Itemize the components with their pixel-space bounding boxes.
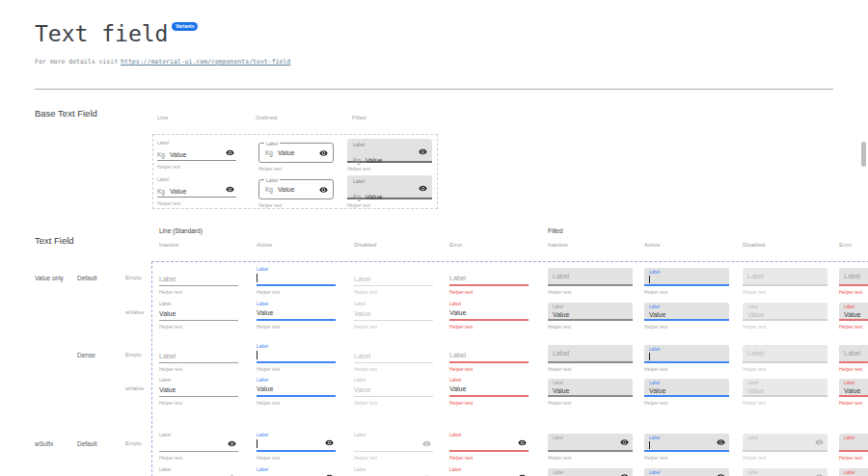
field-helper: Helper text [159,324,238,330]
field-helper: Helper text [449,455,529,461]
eye-icon[interactable] [419,147,427,156]
text-field: LabelValueHelper text [257,463,336,476]
eye-icon[interactable] [319,148,328,157]
field-label: Label [257,466,268,472]
row-category-label: Value only [35,275,64,281]
field-helper: Helper text [644,289,729,295]
eye-icon[interactable] [815,472,824,476]
field-input[interactable]: Value [257,383,336,397]
field-input[interactable]: Value [354,307,433,321]
eye-icon[interactable] [319,185,328,194]
field-helper: Helper text [839,455,868,461]
field-input[interactable]: Label [743,268,827,286]
field-input[interactable]: LabelValue [644,468,729,476]
text-field: LabelHelper text [743,429,827,461]
field-input[interactable]: Label [548,345,633,363]
field-label: Label [449,301,461,306]
field-input[interactable]: LabelKgValue [347,175,432,199]
eye-icon[interactable] [717,472,725,476]
field-input[interactable]: LabelKgValue [347,139,432,163]
field-helper: Helper text [839,324,868,330]
eye-icon[interactable] [717,437,725,446]
field-label: Label [449,274,466,284]
field-input[interactable]: LabelValue [644,303,729,321]
field-input[interactable]: Label [449,273,529,286]
scrollbar-thumb[interactable] [861,142,866,167]
eye-icon[interactable] [518,438,527,447]
eye-icon[interactable] [228,439,236,448]
field-input[interactable] [354,438,433,452]
eye-icon[interactable] [815,437,824,446]
eye-icon[interactable] [226,185,234,194]
field-value: Value [159,385,176,396]
field-input[interactable]: Label [548,434,633,452]
field-value: Value [170,151,186,160]
field-input[interactable]: Label [159,273,238,286]
text-field: LabelHelper text [644,340,729,372]
field-input[interactable]: LabelKgValue [258,143,334,163]
field-input[interactable]: LabelValue [548,379,633,397]
field-label: Label [264,177,280,183]
field-input[interactable] [449,438,529,452]
field-label: Label [844,350,860,357]
field-helper: Helper text [354,455,433,461]
field-input[interactable]: LabelValue [743,303,827,321]
field-input[interactable]: LabelValue [839,379,868,397]
field-input[interactable]: Label [839,268,868,286]
material-ui-link[interactable]: https://material-ui.com/components/text-… [121,58,290,66]
field-helper: Helper text [548,455,633,461]
field-input[interactable]: Value [159,307,238,321]
eye-icon[interactable] [419,184,427,193]
field-label: Label [354,466,366,472]
field-input[interactable]: Label [644,434,729,452]
field-input[interactable] [159,438,238,452]
field-input[interactable]: Label [644,268,729,286]
text-cursor [649,353,650,360]
field-input[interactable]: Label [354,273,433,286]
field-input[interactable] [257,438,336,452]
field-input[interactable]: Label [354,350,433,363]
field-input[interactable] [257,273,336,286]
field-input[interactable]: Label [743,434,827,452]
field-label: Label [649,345,724,352]
text-field: LabelHelper text [548,340,633,372]
field-input[interactable]: Label [644,345,729,363]
text-field: LabelHelper text [159,340,238,372]
text-cursor [649,441,650,449]
field-input[interactable]: LabelValue [644,379,729,397]
field-input[interactable]: Label [159,350,238,363]
field-input[interactable]: LabelKgValue [258,179,334,199]
field-input[interactable]: Label [743,345,827,363]
field-input[interactable]: Value [159,383,238,397]
field-label: Label [353,178,426,184]
field-input[interactable]: LabelValue [548,468,633,476]
text-field: LabelValueHelper text [354,374,433,406]
field-input[interactable]: KgValue [157,183,236,198]
field-input[interactable]: LabelValue [548,303,633,321]
eye-icon[interactable] [620,472,629,476]
field-input[interactable]: LabelValue [743,379,827,397]
state-header: Inactive [548,242,568,248]
eye-icon[interactable] [226,148,234,157]
text-field: LabelValueHelper text [354,298,433,330]
field-label: Label [353,142,426,147]
text-field: LabelHelper text [449,263,529,295]
field-input[interactable]: Value [449,383,529,397]
field-input[interactable]: Value [449,307,529,321]
text-field-grid-container: LabelHelper textLabelHelper textLabelHel… [151,261,868,476]
field-input[interactable]: Value [354,383,433,397]
field-input[interactable]: Label [548,268,633,286]
field-input[interactable]: LabelValue [839,303,868,321]
field-input[interactable]: LabelValue [743,468,827,476]
field-input[interactable]: LabelValue [839,468,868,476]
eye-icon[interactable] [422,439,431,448]
field-input[interactable]: Label [839,434,868,452]
field-input[interactable]: Label [839,345,868,363]
field-input[interactable]: Label [449,350,529,363]
field-input[interactable]: KgValue [157,146,236,161]
eye-icon[interactable] [325,438,334,447]
field-input[interactable]: Value [257,307,336,321]
field-input[interactable] [257,350,336,363]
eye-icon[interactable] [620,437,629,446]
text-field-row: LabelValueHelper textLabelValueHelper te… [159,374,868,407]
